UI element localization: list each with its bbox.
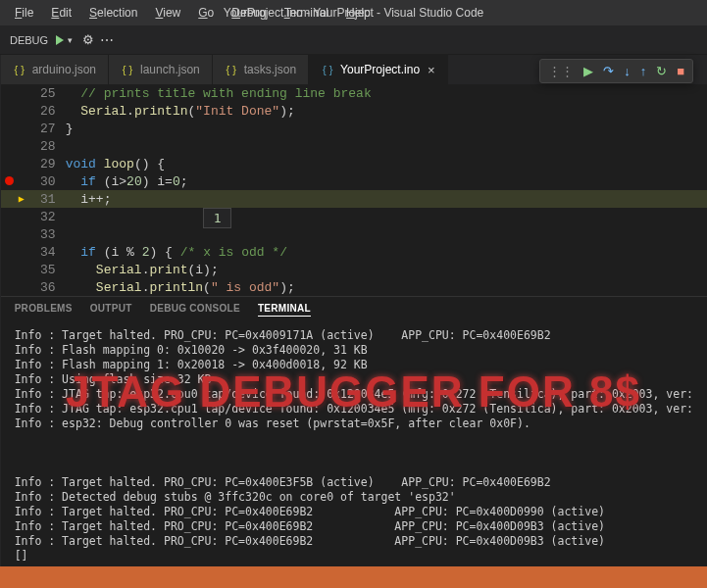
continue-button[interactable]: ▶: [583, 64, 593, 78]
window-title: YourProject.ino - YourProject - Visual S…: [224, 6, 484, 20]
start-debug-button[interactable]: [56, 35, 64, 45]
panel-tabs: PROBLEMSOUTPUTDEBUG CONSOLETERMINAL: [1, 296, 707, 322]
close-icon[interactable]: ×: [428, 63, 435, 77]
file-icon: { }: [13, 63, 26, 76]
line-number: 31: [32, 192, 66, 207]
code-line[interactable]: 30 if (i>20) i=0;: [1, 172, 707, 190]
line-number: 25: [32, 86, 66, 101]
hover-value-tooltip: 1: [203, 208, 232, 228]
menu-item-selection[interactable]: Selection: [82, 3, 144, 23]
debug-toolbar: DEBUG ▾ ⚙ ⋯: [0, 25, 707, 55]
code-line[interactable]: 35 Serial.print(i);: [1, 261, 707, 278]
editor-tab[interactable]: { }YourProject.ino×: [309, 55, 448, 84]
line-number: 35: [32, 263, 66, 277]
code-editor[interactable]: 1 25 // prints title with ending line br…: [1, 84, 707, 296]
debug-controls-toolbar[interactable]: ⋮⋮ ▶ ↷ ↓ ↑ ↻ ■: [539, 59, 693, 83]
panel-tab-terminal[interactable]: TERMINAL: [258, 303, 311, 317]
breakpoint-icon[interactable]: [5, 176, 14, 185]
code-line[interactable]: 26 Serial.println("Init Done");: [1, 102, 707, 120]
line-number: 33: [32, 227, 66, 242]
line-number: 30: [32, 174, 66, 189]
editor-area: { }arduino.json{ }launch.json{ }tasks.js…: [1, 55, 707, 566]
file-icon: { }: [225, 63, 238, 76]
panel-tab-problems[interactable]: PROBLEMS: [15, 303, 73, 317]
line-number: 34: [32, 245, 66, 260]
line-number: 26: [32, 104, 66, 119]
step-out-button[interactable]: ↑: [640, 64, 647, 78]
more-icon[interactable]: ⋯: [100, 32, 114, 48]
stop-button[interactable]: ■: [677, 64, 684, 78]
code-line[interactable]: 28: [1, 137, 707, 155]
debug-settings-icon[interactable]: ⚙: [82, 32, 94, 47]
debug-label: DEBUG: [10, 34, 48, 46]
code-line[interactable]: ▶31 i++;: [1, 190, 707, 208]
title-bar: FileEditSelectionViewGoDebugTerminalHelp…: [0, 0, 707, 25]
menu-item-file[interactable]: File: [8, 3, 40, 23]
code-line[interactable]: 32: [1, 208, 707, 225]
drag-handle-icon[interactable]: ⋮⋮: [548, 64, 574, 78]
editor-tab[interactable]: { }tasks.json: [213, 55, 309, 84]
menu-item-view[interactable]: View: [148, 3, 187, 23]
line-number: 27: [32, 122, 66, 136]
line-number: 29: [32, 157, 66, 172]
code-line[interactable]: 27}: [1, 120, 707, 137]
debug-config-dropdown[interactable]: ▾: [68, 35, 73, 45]
restart-button[interactable]: ↻: [656, 64, 667, 78]
code-line[interactable]: 29void loop() {: [1, 155, 707, 172]
step-over-button[interactable]: ↷: [603, 64, 614, 78]
code-line[interactable]: 34 if (i % 2) { /* x is odd */: [1, 243, 707, 261]
code-line[interactable]: 36 Serial.println(" is odd");: [1, 278, 707, 296]
menu-item-edit[interactable]: Edit: [44, 3, 78, 23]
file-icon: { }: [321, 63, 334, 76]
panel-tab-debug-console[interactable]: DEBUG CONSOLE: [150, 303, 240, 317]
code-line[interactable]: 33: [1, 225, 707, 243]
code-line[interactable]: 25 // prints title with ending line brea…: [1, 84, 707, 102]
line-number: 36: [32, 280, 66, 295]
step-into-button[interactable]: ↓: [624, 64, 631, 78]
terminal-panel[interactable]: Info : Target halted. PRO_CPU: PC=0x4009…: [1, 322, 707, 566]
panel-tab-output[interactable]: OUTPUT: [90, 303, 132, 317]
file-icon: { }: [121, 63, 134, 76]
editor-tab[interactable]: { }arduino.json: [1, 55, 109, 84]
line-number: 28: [32, 139, 66, 154]
editor-tab[interactable]: { }launch.json: [109, 55, 213, 84]
menu-item-go[interactable]: Go: [191, 3, 221, 23]
status-bar[interactable]: [0, 566, 707, 588]
line-number: 32: [32, 210, 66, 224]
